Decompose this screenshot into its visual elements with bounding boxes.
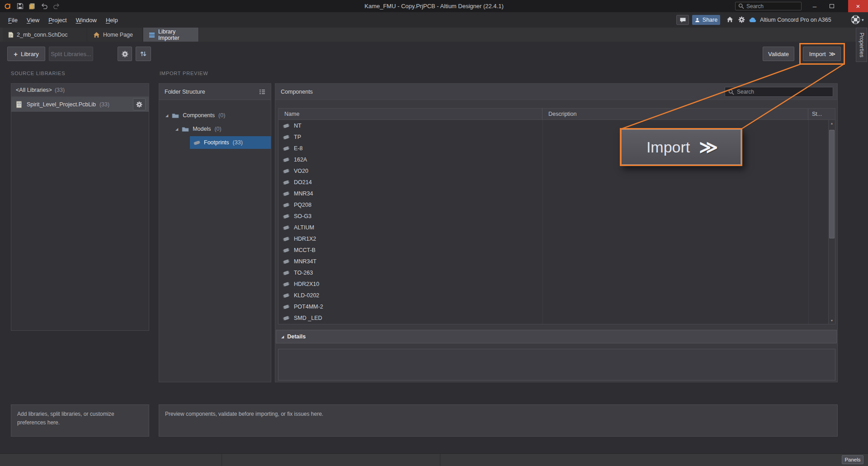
column-header-name[interactable]: Name (278, 109, 542, 119)
component-row[interactable]: TO-263 (278, 267, 828, 278)
component-row[interactable]: VO20 (278, 165, 828, 176)
component-row[interactable]: POT4MM-2 (278, 301, 828, 312)
menu-items: FileViewProjectWindowHelp (4, 12, 123, 28)
tab-schdoc[interactable]: 2_mb_conn.SchDoc (3, 28, 87, 42)
component-row[interactable]: ALTIUM (278, 222, 828, 233)
tab-home-page[interactable]: Home Page (88, 28, 143, 42)
global-search-box[interactable] (735, 2, 802, 10)
scrollbar-thumb[interactable] (829, 130, 835, 238)
component-row[interactable]: E-8 (278, 143, 828, 154)
footprint-icon (283, 269, 290, 276)
menu-file[interactable]: File (4, 12, 22, 28)
component-row[interactable]: DO214 (278, 176, 828, 188)
library-item-row[interactable]: Spirit_Level_Project.PcbLib (33) (11, 97, 149, 112)
folder-structure-title: Folder Structure (165, 89, 205, 95)
tab-label: Library Importer (158, 29, 193, 41)
tree-item-label: Components (183, 112, 215, 119)
components-row-list: NT TP E-8 162A VO20 DO214 MNR34 PQ208 SO… (278, 120, 828, 323)
component-name: ALTIUM (294, 224, 314, 231)
component-row[interactable]: SO-G3 (278, 210, 828, 222)
validate-button[interactable]: Validate (763, 47, 794, 61)
components-search-box[interactable] (725, 87, 833, 97)
tree-item-models[interactable]: ◢ Models (0) (159, 123, 271, 135)
component-row[interactable]: KLD-0202 (278, 290, 828, 301)
import-button[interactable]: Import ≫ (803, 47, 841, 61)
column-header-status[interactable]: St... (808, 109, 828, 119)
preferences-gear-button[interactable] (118, 47, 132, 61)
component-row[interactable]: SMD _LED (278, 312, 828, 323)
add-library-button[interactable]: + Library (7, 47, 45, 61)
tree-item-footprints-selected[interactable]: Footprints (33) (190, 136, 271, 149)
comments-button[interactable] (676, 15, 689, 25)
component-row[interactable]: MCCT-B (278, 244, 828, 256)
import-preview-section-label: IMPORT PREVIEW (160, 71, 208, 76)
maximize-icon (830, 4, 834, 8)
component-row[interactable]: HDR2X10 (278, 278, 828, 290)
footprint-icon (283, 122, 290, 129)
component-row[interactable]: MNR34T (278, 256, 828, 267)
component-row[interactable]: 162A (278, 154, 828, 165)
title-bar-quick-icons (4, 0, 60, 12)
footprint-icon (283, 303, 290, 310)
status-bar (0, 453, 868, 466)
details-collapsible-bar[interactable]: ◢ Details (276, 330, 837, 343)
menu-project[interactable]: Project (44, 12, 71, 28)
user-avatar[interactable] (851, 15, 860, 24)
home-icon[interactable] (726, 16, 733, 23)
close-button[interactable]: × (848, 0, 868, 12)
add-library-label: Library (21, 51, 39, 57)
menu-help[interactable]: Help (101, 12, 123, 28)
component-row[interactable]: PQ208 (278, 199, 828, 210)
component-row[interactable]: MNR34 (278, 188, 828, 199)
save-icon[interactable] (17, 3, 24, 10)
footprint-icon (283, 156, 290, 163)
all-libraries-count: (33) (55, 87, 65, 93)
component-name: KLD-0202 (294, 292, 319, 299)
menu-view[interactable]: View (22, 12, 44, 28)
component-row[interactable]: NT (278, 120, 828, 131)
schdoc-icon (8, 32, 14, 38)
split-libraries-button[interactable]: Split Libraries... (49, 47, 93, 61)
footprint-icon (283, 281, 290, 288)
undo-icon[interactable] (41, 3, 48, 9)
tree-item-components[interactable]: ◢ Components (0) (159, 109, 271, 122)
open-document-icon[interactable] (28, 3, 36, 10)
scroll-down-icon[interactable]: ▼ (829, 317, 835, 324)
library-item-settings-button[interactable] (133, 98, 146, 110)
minimize-button[interactable]: – (807, 0, 822, 12)
vertical-scrollbar[interactable]: ▲ ▼ (828, 120, 835, 324)
library-item-count: (33) (99, 101, 109, 108)
share-button[interactable]: Share (692, 15, 720, 25)
source-libraries-section-label: SOURCE LIBRARIES (11, 71, 65, 76)
menu-window[interactable]: Window (71, 12, 101, 28)
all-libraries-row[interactable]: <All Libraries> (33) (11, 84, 149, 97)
avatar-caret-icon[interactable]: ▾ (862, 12, 864, 28)
share-person-icon (695, 18, 700, 23)
component-row[interactable]: HDR1X2 (278, 233, 828, 244)
global-search-input[interactable] (746, 3, 798, 10)
footprint-icon (283, 179, 290, 186)
tree-item-label: Footprints (204, 139, 229, 146)
footprint-icon (283, 292, 290, 299)
panels-button[interactable]: Panels (842, 455, 863, 464)
properties-side-tab[interactable]: Properties (856, 28, 867, 62)
maximize-button[interactable] (825, 0, 839, 12)
scroll-up-icon[interactable]: ▲ (829, 120, 835, 127)
refresh-swap-button[interactable] (136, 47, 151, 61)
redo-icon[interactable] (53, 3, 60, 9)
concord-server-label[interactable]: Altium Concord Pro on A365 (760, 12, 831, 28)
document-tab-bar: 2_mb_conn.SchDoc Home Page Library Impor… (0, 28, 868, 42)
component-name: TP (294, 134, 301, 140)
component-row[interactable]: TP (278, 131, 828, 143)
component-name: MNR34 (294, 190, 313, 197)
settings-gear-icon[interactable] (738, 16, 745, 23)
tree-item-footprints[interactable]: Footprints (33) (159, 136, 271, 149)
tree-expand-icon[interactable]: ◢ (175, 127, 178, 131)
components-search-input[interactable] (737, 89, 830, 95)
tab-library-importer[interactable]: Library Importer (143, 28, 199, 42)
tree-item-count: (33) (233, 139, 243, 146)
column-header-description[interactable]: Description (542, 109, 808, 119)
list-options-icon[interactable] (259, 89, 265, 95)
altium-logo-icon[interactable] (4, 2, 12, 10)
tree-expand-icon[interactable]: ◢ (165, 114, 168, 118)
